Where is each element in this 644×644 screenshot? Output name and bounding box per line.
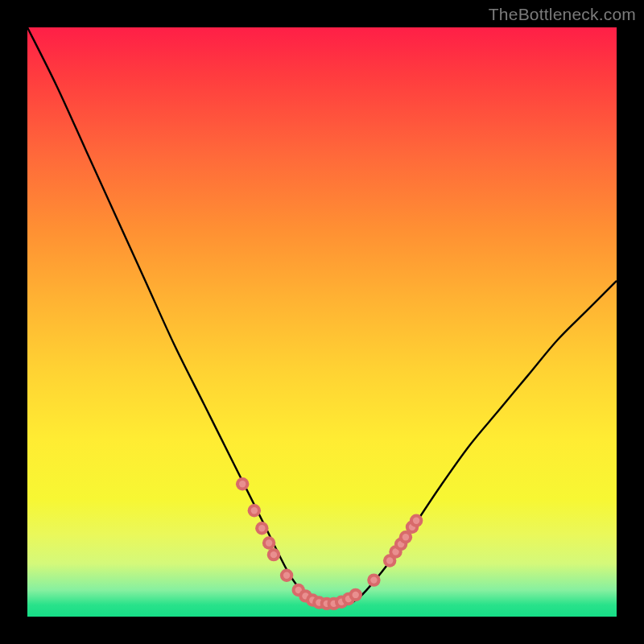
marker-dot-core <box>239 481 246 487</box>
highlight-markers <box>236 477 423 610</box>
marker-dot-core <box>353 592 359 598</box>
chart-frame: TheBottleneck.com <box>0 0 644 644</box>
watermark-text: TheBottleneck.com <box>489 5 636 24</box>
marker-dot-core <box>413 517 419 523</box>
marker-dot-core <box>266 539 272 546</box>
chart-svg <box>27 27 617 617</box>
marker-dot-core <box>251 507 258 514</box>
marker-dot-core <box>370 576 377 583</box>
marker-dot-core <box>283 572 290 579</box>
marker-dot-core <box>258 525 265 531</box>
marker-dot-core <box>386 557 393 564</box>
marker-dot-core <box>270 551 277 558</box>
marker-dot-core <box>402 534 409 540</box>
bottleneck-curve <box>27 27 617 605</box>
chart-plot-area <box>27 27 617 617</box>
